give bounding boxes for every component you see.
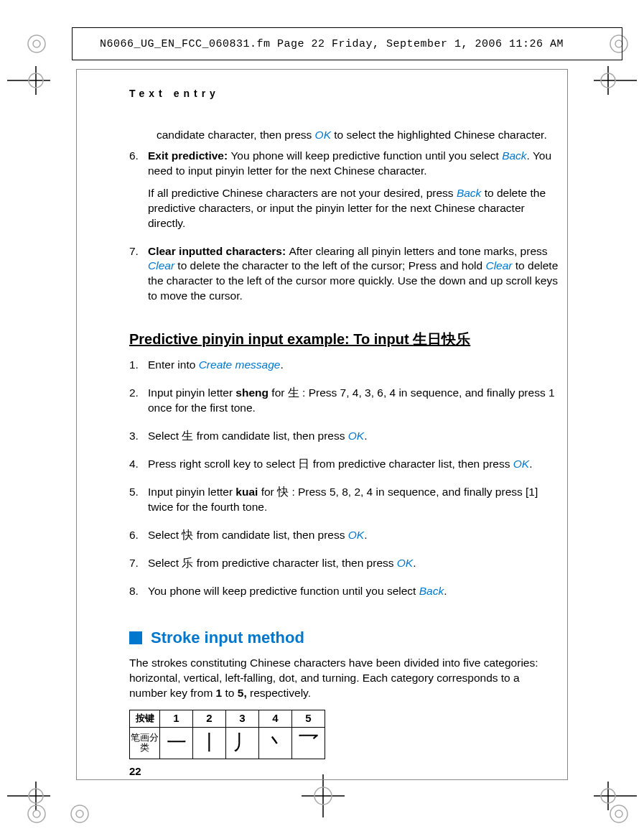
continuation-paragraph: candidate character, then press OK to se…: [129, 128, 560, 143]
example-step-5: 5. Input pinyin letter kuai for 快 : Pres…: [129, 485, 560, 522]
donut-icon: [26, 33, 47, 55]
list-item-7: 7. Clear inputted characters: After clea…: [129, 244, 560, 312]
table-header-3: 3: [226, 710, 259, 727]
donut-icon: [608, 803, 630, 825]
example-step-7: 7. Select 乐 from predictive character li…: [129, 556, 560, 578]
svg-point-21: [71, 805, 88, 822]
ok-link: OK: [348, 529, 364, 541]
ok-link: OK: [348, 430, 364, 442]
donut-icon: [69, 803, 90, 825]
svg-point-22: [76, 810, 83, 817]
page-content: Text entry candidate character, then pre…: [129, 88, 560, 759]
create-message-link: Create message: [199, 358, 281, 371]
back-link: Back: [419, 585, 444, 597]
svg-point-23: [610, 805, 627, 822]
donut-icon: [26, 803, 47, 825]
svg-point-15: [28, 35, 45, 52]
example-step-2: 2. Input pinyin letter sheng for 生 : Pre…: [129, 386, 560, 423]
svg-point-20: [33, 810, 40, 817]
list-item-6: 6. Exit predictive: You phone will keep …: [129, 149, 560, 238]
section-square-icon: [129, 631, 142, 644]
crop-mark-bottom-center: [302, 774, 345, 817]
back-link: Back: [457, 187, 481, 199]
ok-link: OK: [315, 129, 331, 141]
crop-mark-right: [579, 66, 637, 95]
example-step-6: 6. Select 快 from candidate list, then pr…: [129, 528, 560, 550]
page-number: 22: [129, 765, 141, 777]
back-link: Back: [502, 149, 526, 162]
stroke-cell-1: 一: [160, 727, 193, 759]
clear-link: Clear: [148, 259, 174, 272]
stroke-cell-2: 丨: [193, 727, 226, 759]
table-header-1: 1: [160, 710, 193, 727]
stroke-intro-paragraph: The strokes constituting Chinese charact…: [129, 656, 560, 701]
svg-point-24: [615, 810, 622, 817]
svg-point-19: [28, 805, 45, 822]
clear-link: Clear: [485, 259, 512, 272]
section-heading-stroke: Stroke input method: [129, 627, 560, 649]
example-step-1: 1. Enter into Create message.: [129, 358, 560, 380]
ok-link: OK: [397, 557, 413, 569]
framemaker-header: N6066_UG_EN_FCC_060831.fm Page 22 Friday…: [72, 27, 622, 60]
table-rowhead-category: 笔画分类: [130, 727, 160, 759]
example-step-4: 4. Press right scroll key to select 日 fr…: [129, 457, 560, 479]
crop-mark-left: [7, 66, 65, 95]
stroke-table: 按键 1 2 3 4 5 笔画分类 一 丨 丿 丶 乛: [129, 710, 325, 759]
table-header-key: 按键: [130, 710, 160, 727]
running-head: Text entry: [129, 88, 560, 99]
header-text: N6066_UG_EN_FCC_060831.fm Page 22 Friday…: [100, 38, 564, 50]
stroke-cell-5: 乛: [292, 727, 325, 759]
svg-point-16: [33, 40, 40, 47]
example-step-8: 8. You phone will keep predictive functi…: [129, 584, 560, 606]
table-header-4: 4: [259, 710, 292, 727]
table-header-2: 2: [193, 710, 226, 727]
example-step-3: 3. Select 生 from candidate list, then pr…: [129, 429, 560, 451]
heading-predictive-example: Predictive pinyin input example: To inpu…: [129, 330, 560, 349]
stroke-cell-4: 丶: [259, 727, 292, 759]
ok-link: OK: [513, 458, 529, 470]
table-header-5: 5: [292, 710, 325, 727]
stroke-cell-3: 丿: [226, 727, 259, 759]
